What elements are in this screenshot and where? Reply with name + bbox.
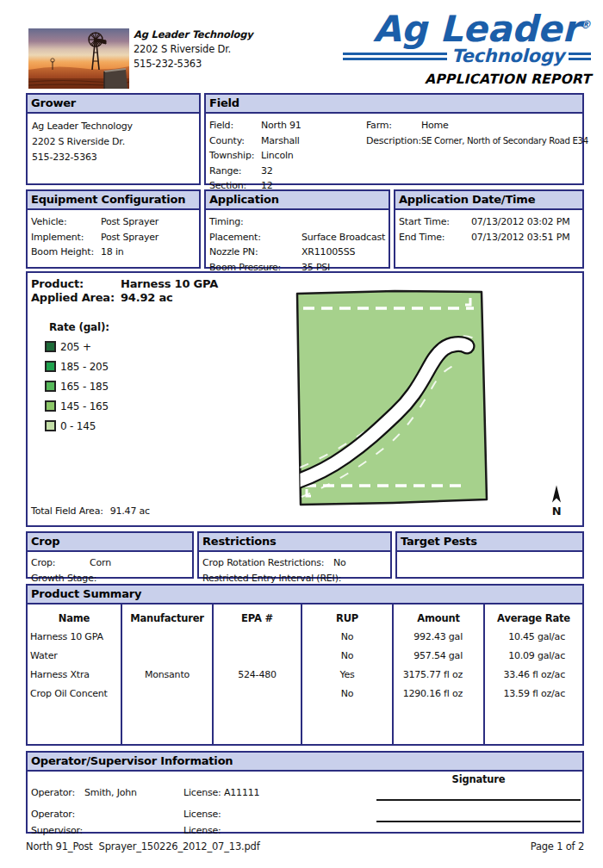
equipment-label: Boom Height: bbox=[31, 245, 101, 260]
column-header: RUP bbox=[302, 604, 394, 627]
license-value bbox=[224, 809, 327, 821]
application-header: Application bbox=[206, 191, 389, 210]
north-indicator: N bbox=[547, 485, 566, 517]
legend-item: 0 - 145 bbox=[45, 416, 109, 436]
column-header: Manufacturer bbox=[122, 604, 214, 627]
applied-area-value: 94.92 ac bbox=[121, 291, 173, 305]
application-label: Nozzle PN: bbox=[209, 245, 302, 260]
cell-epa: 524-480 bbox=[214, 665, 302, 684]
product-value: Harness 10 GPA bbox=[121, 277, 218, 291]
cell-manufacturer: Monsanto bbox=[122, 665, 214, 684]
legend-label: 145 - 165 bbox=[60, 400, 109, 412]
end-time-label: End Time: bbox=[399, 230, 471, 245]
cell-name: Water bbox=[28, 646, 122, 665]
cell-average-rate: 10.45 gal/ac bbox=[485, 627, 582, 646]
application-section: Application Timing: Placement:Surface Br… bbox=[204, 189, 390, 269]
license-label: License: bbox=[183, 809, 224, 821]
cell-average-rate: 10.09 gal/ac bbox=[485, 646, 582, 665]
equipment-value: Post Sprayer bbox=[101, 214, 159, 230]
legend-item: 205 + bbox=[45, 337, 109, 356]
column-header: Name bbox=[28, 604, 122, 627]
equipment-value: 18 in bbox=[101, 245, 124, 260]
filler-cell bbox=[28, 703, 122, 744]
legend-swatch bbox=[45, 381, 56, 392]
footer-filename: North 91_Post Sprayer_150226_2012_07_13.… bbox=[26, 840, 260, 852]
equipment-section: Equipment Configuration Vehicle:Post Spr… bbox=[26, 189, 201, 269]
operator-supervisor-section: Operator/Supervisor Information Signatur… bbox=[26, 751, 584, 834]
filler-cell bbox=[394, 703, 485, 744]
cell-average-rate: 33.46 fl oz/ac bbox=[485, 665, 582, 684]
filler-cell bbox=[122, 703, 214, 744]
footer-page-number: Page 1 of 2 bbox=[531, 840, 584, 852]
operator-row: Operator: Smith, John License: A11111 bbox=[28, 787, 582, 799]
rotation-restrictions-value: No bbox=[333, 555, 346, 571]
cell-manufacturer bbox=[122, 684, 214, 703]
legend-swatch bbox=[45, 341, 56, 352]
cell-name: Harness Xtra bbox=[28, 665, 122, 684]
cell-rup: No bbox=[302, 627, 394, 646]
field-label: Field: bbox=[209, 118, 261, 133]
column-header: Amount bbox=[394, 604, 485, 627]
description-label: Description: bbox=[366, 133, 421, 149]
signature-line bbox=[376, 821, 581, 822]
product-summary-header: Product Summary bbox=[28, 586, 582, 604]
grower-header: Grower bbox=[28, 95, 199, 114]
field-label: Range: bbox=[209, 164, 261, 179]
field-body: Field:North 91 County:Marshall Township:… bbox=[206, 114, 582, 198]
application-value: Surface Broadcast bbox=[302, 230, 385, 245]
crop-value: Corn bbox=[90, 555, 111, 571]
target-pests-header: Target Pests bbox=[397, 533, 582, 552]
north-label: N bbox=[547, 506, 566, 517]
equipment-label: Implement: bbox=[31, 230, 101, 245]
supervisor-row: Supervisor: License: bbox=[28, 825, 582, 837]
applied-area-label: Applied Area: bbox=[31, 291, 121, 305]
product-info: Product:Harness 10 GPA Applied Area:94.9… bbox=[31, 277, 218, 305]
equipment-label: Vehicle: bbox=[31, 214, 101, 230]
operator-supervisor-header: Operator/Supervisor Information bbox=[28, 753, 582, 772]
legend-label: 205 + bbox=[60, 341, 91, 353]
north-arrow-icon bbox=[550, 485, 563, 504]
grower-line: Ag Leader Technology bbox=[32, 119, 195, 134]
report-title: APPLICATION REPORT bbox=[343, 71, 591, 87]
legend-item: 185 - 205 bbox=[45, 356, 109, 376]
application-value: XR11005SS bbox=[302, 245, 355, 260]
rotation-restrictions-label: Crop Rotation Restrictions: bbox=[202, 555, 333, 571]
equipment-header: Equipment Configuration bbox=[28, 191, 199, 210]
filler-cell bbox=[485, 703, 582, 744]
license-value bbox=[224, 825, 327, 837]
cell-rup: No bbox=[302, 646, 394, 665]
role-label: Operator: bbox=[28, 787, 84, 799]
operator-name bbox=[84, 825, 183, 837]
license-label: License: bbox=[183, 825, 224, 837]
company-name: Ag Leader Technology bbox=[134, 28, 253, 42]
logo-rule-left bbox=[343, 53, 447, 60]
crop-header: Crop bbox=[28, 533, 192, 552]
legend-item: 145 - 165 bbox=[45, 396, 109, 416]
ag-leader-logo: Ag Leader® Technology APPLICATION REPORT bbox=[343, 5, 591, 87]
cell-rup: No bbox=[302, 684, 394, 703]
operator-name bbox=[84, 809, 183, 821]
total-field-area-label: Total Field Area: bbox=[31, 505, 103, 517]
cell-amount: 957.54 gal bbox=[394, 646, 485, 665]
application-datetime-body: Start Time:07/13/2012 03:02 PM End Time:… bbox=[395, 210, 582, 249]
cell-epa bbox=[214, 627, 302, 646]
crop-label: Crop: bbox=[31, 555, 90, 571]
equipment-body: Vehicle:Post Sprayer Implement:Post Spra… bbox=[28, 210, 199, 264]
application-label: Placement: bbox=[209, 230, 302, 245]
cell-amount: 992.43 gal bbox=[394, 627, 485, 646]
cell-name: Crop Oil Concent bbox=[28, 684, 122, 703]
application-datetime-header: Application Date/Time bbox=[395, 191, 582, 210]
legend-label: 165 - 185 bbox=[60, 381, 109, 393]
equipment-value: Post Sprayer bbox=[101, 230, 159, 245]
logo-rule-right bbox=[569, 53, 591, 60]
role-label: Supervisor: bbox=[28, 825, 84, 837]
logo-sub-text: Technology bbox=[447, 46, 569, 65]
cell-epa bbox=[214, 684, 302, 703]
start-time-value: 07/13/2012 03:02 PM bbox=[471, 214, 569, 230]
application-label: Timing: bbox=[209, 214, 302, 230]
application-body: Timing: Placement:Surface Broadcast Nozz… bbox=[206, 210, 389, 279]
signature-label: Signature bbox=[376, 773, 581, 785]
cell-amount: 3175.77 fl oz bbox=[394, 665, 485, 684]
operator-supervisor-body: Signature Operator: Smith, John License:… bbox=[28, 772, 582, 834]
filler-cell bbox=[302, 703, 394, 744]
